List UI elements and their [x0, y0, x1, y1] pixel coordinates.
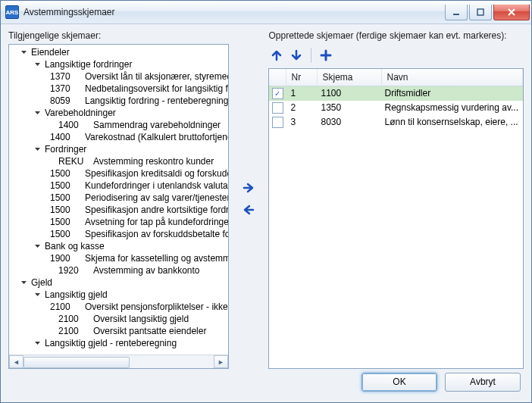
tree-leaf[interactable]: 8059Langsiktig fordring - renteberegning — [12, 95, 228, 107]
tree-leaf[interactable]: 1900Skjema for kassetelling og avstemmin… — [12, 252, 228, 264]
ok-button[interactable]: OK — [361, 373, 437, 392]
add-button[interactable] — [318, 47, 334, 64]
tree-leaf[interactable]: 1500Spesifikasjon andre kortsiktige ford… — [12, 204, 228, 216]
dialog-footer: OK Avbryt — [8, 369, 524, 395]
form-code: 1400 — [58, 119, 87, 131]
move-right-button[interactable] — [242, 181, 255, 197]
tree-branch[interactable]: Langsiktig gjeld - renteberegning — [12, 337, 228, 349]
move-up-button[interactable] — [268, 47, 285, 64]
close-icon — [507, 8, 516, 17]
form-code: 1370 — [50, 83, 79, 95]
move-down-button[interactable] — [288, 47, 305, 64]
form-code: 1500 — [50, 216, 79, 228]
close-button[interactable] — [493, 5, 530, 20]
created-forms-label: Opprettede skjemaer (ferdige skjemaer ka… — [268, 30, 524, 41]
window-buttons — [443, 5, 530, 20]
tree-leaf[interactable]: 1370Oversikt lån til aksjonærer, styreme… — [12, 70, 228, 83]
scroll-thumb[interactable] — [23, 357, 130, 368]
arrow-right-icon — [242, 181, 255, 195]
expand-toggle-icon[interactable] — [33, 109, 42, 117]
column-header-skjema[interactable]: Skjema — [318, 69, 382, 86]
form-code: 2100 — [58, 313, 87, 325]
table-row[interactable]: 3 8030 Lønn til konsernselskap, eiere, .… — [269, 115, 523, 130]
tree-item-label: Gjeld — [31, 276, 52, 289]
tree-item-label: Avstemming av bankkonto — [93, 264, 200, 276]
tree-spacer — [47, 267, 55, 275]
form-code: 1370 — [50, 70, 79, 83]
tree-item-label: Spesifikasjon kreditsaldi og forskudd k — [85, 167, 228, 180]
minimize-button[interactable] — [445, 5, 468, 20]
cell-nr: 2 — [286, 102, 316, 113]
scroll-track[interactable] — [23, 356, 214, 367]
tree-scroll-area[interactable]: EiendelerLangsiktige fordringer1370Overs… — [9, 45, 228, 355]
tree-branch[interactable]: Varebeholdninger — [12, 107, 228, 119]
expand-toggle-icon[interactable] — [33, 242, 42, 251]
table-row[interactable]: ✓ 1 1100 Driftsmidler — [269, 86, 523, 101]
tree-item-label: Oversikt pantsatte eiendeler — [93, 325, 206, 337]
move-left-button[interactable] — [242, 203, 255, 219]
tree-item-label: Avstemming reskontro kunder — [93, 155, 214, 167]
row-checkbox[interactable]: ✓ — [272, 88, 283, 99]
tree-item-label: Avsetning for tap på kundefordringer — [85, 216, 228, 228]
tree-leaf[interactable]: REKUAvstemming reskontro kunder — [12, 155, 228, 167]
window-title: Avstemmingsskjemaer — [23, 7, 443, 17]
tree-leaf[interactable]: 2100Oversikt langsiktig gjeld — [12, 313, 228, 325]
row-checkbox[interactable] — [272, 117, 283, 128]
column-header-navn[interactable]: Navn — [382, 69, 523, 86]
tree-leaf[interactable]: 2100Oversikt pantsatte eiendeler — [12, 325, 228, 337]
toolbar-separator — [311, 48, 311, 63]
tree-leaf[interactable]: 1400Sammendrag varebeholdninger — [12, 119, 228, 131]
form-code: 1500 — [50, 228, 79, 240]
cell-skjema: 1350 — [316, 102, 380, 113]
tree-item-label: Langsiktig gjeld — [45, 289, 108, 301]
expand-toggle-icon[interactable] — [20, 279, 28, 287]
tree-leaf[interactable]: 1500Periodisering av salg varer/tjeneste… — [12, 192, 228, 204]
tree-branch[interactable]: Gjeld — [12, 276, 228, 289]
expand-toggle-icon[interactable] — [33, 61, 42, 69]
tree-spacer — [47, 121, 55, 130]
available-forms-section: Tilgjengelige skjemaer: EiendelerLangsik… — [8, 30, 229, 369]
scroll-left-button[interactable]: ◄ — [9, 355, 23, 368]
cell-navn: Driftsmidler — [380, 88, 523, 98]
tree-leaf[interactable]: 1500Kundefordringer i utenlandsk valuta,… — [12, 180, 228, 192]
cancel-button[interactable]: Avbryt — [445, 373, 521, 392]
expand-toggle-icon[interactable] — [33, 145, 42, 154]
tree-item-label: Spesifikasjon andre kortsiktige fordring — [85, 204, 228, 216]
horizontal-scrollbar[interactable]: ◄ ► — [9, 355, 228, 368]
column-header-check[interactable] — [269, 69, 286, 86]
tree-leaf[interactable]: 1370Nedbetalingsoversikt for langsiktig … — [12, 83, 228, 95]
form-code: 1500 — [50, 180, 79, 192]
titlebar[interactable]: ARS Avstemmingsskjemaer — [1, 1, 531, 24]
tree-branch[interactable]: Fordringer — [12, 143, 228, 155]
tree-item-label: Langsiktig gjeld - renteberegning — [45, 337, 177, 349]
transfer-controls — [229, 30, 269, 369]
form-code: 1920 — [58, 264, 87, 276]
expand-toggle-icon[interactable] — [20, 48, 28, 57]
table-row[interactable]: 2 1350 Regnskapsmessig vurdering av... — [269, 101, 523, 115]
scroll-right-button[interactable]: ► — [214, 355, 228, 368]
tree-branch[interactable]: Bank og kasse — [12, 240, 228, 252]
tree-branch[interactable]: Eiendeler — [12, 46, 228, 58]
tree-leaf[interactable]: 2100Oversikt pensjonsforpliktelser - ikk… — [12, 301, 228, 313]
table-header: Nr Skjema Navn — [269, 69, 523, 86]
created-forms-toolbar — [268, 47, 524, 64]
tree-leaf[interactable]: 1500Spesifikasjon av forskuddsbetalte fo… — [12, 228, 228, 240]
client-area: Tilgjengelige skjemaer: EiendelerLangsik… — [1, 24, 531, 402]
tree-leaf[interactable]: 1500Spesifikasjon kreditsaldi og forskud… — [12, 167, 228, 180]
tree-branch[interactable]: Langsiktige fordringer — [12, 58, 228, 70]
tree-leaf[interactable]: 1400Varekostnad (Kalkulert bruttofortjen… — [12, 131, 228, 143]
plus-icon — [320, 49, 332, 61]
column-header-nr[interactable]: Nr — [286, 69, 318, 86]
maximize-button[interactable] — [469, 5, 492, 20]
tree-branch[interactable]: Langsiktig gjeld — [12, 289, 228, 301]
table-body[interactable]: ✓ 1 1100 Driftsmidler 2 1350 Regnskapsme… — [269, 86, 523, 368]
dialog-window: ARS Avstemmingsskjemaer Tilgjengelige sk… — [0, 0, 532, 403]
forms-tree[interactable]: EiendelerLangsiktige fordringer1370Overs… — [9, 45, 228, 355]
row-checkbox[interactable] — [272, 102, 283, 114]
expand-toggle-icon[interactable] — [33, 291, 42, 299]
cell-skjema: 8030 — [316, 117, 380, 127]
expand-toggle-icon[interactable] — [33, 339, 42, 348]
tree-leaf[interactable]: 1500Avsetning for tap på kundefordringer — [12, 216, 228, 228]
cell-nr: 3 — [286, 117, 316, 127]
tree-leaf[interactable]: 1920Avstemming av bankkonto — [12, 264, 228, 276]
